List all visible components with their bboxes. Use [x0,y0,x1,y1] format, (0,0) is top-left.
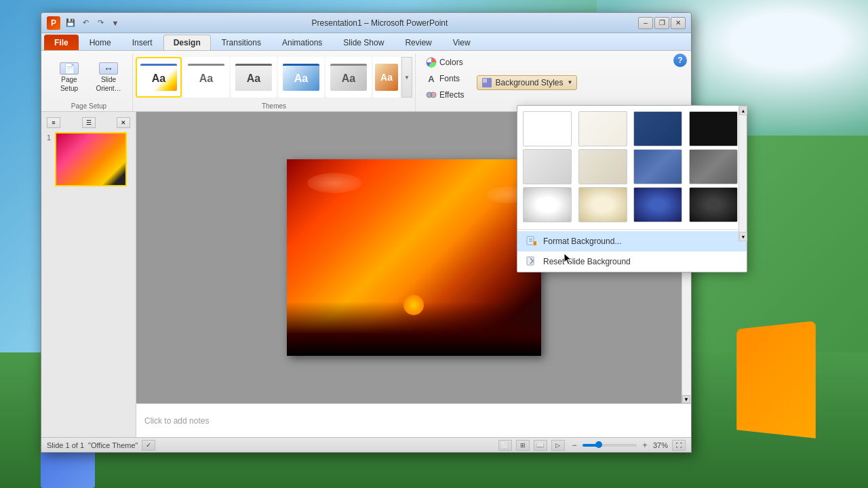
notes-area[interactable]: Click to add notes [136,403,691,437]
reading-view-button[interactable]: 📖 [534,440,547,451]
reset-background-item[interactable]: Reset Slide Background [517,251,747,272]
bg-swatch-12[interactable] [689,187,738,222]
bg-swatch-3[interactable] [633,111,682,146]
fonts-button[interactable]: A Fonts [421,71,469,86]
theme-preview-1: Aa [140,64,177,91]
zoom-slider-track[interactable] [583,444,637,447]
dropdown-scrollbar[interactable]: ▲ ▼ [738,106,747,241]
panel-outline-view[interactable]: ☰ [82,117,96,128]
svg-rect-4 [483,79,487,83]
colors-label: Colors [439,58,463,67]
theme-item-5[interactable]: Aa [326,57,372,98]
bg-swatch-9[interactable] [523,187,572,222]
save-button[interactable]: 💾 [64,17,77,29]
bg-swatch-5[interactable] [523,149,572,184]
bg-swatch-10[interactable] [578,187,627,222]
fonts-label: Fonts [439,74,460,83]
dropdown-scroll-down[interactable]: ▼ [739,232,747,241]
bg-styles-label: Background Styles [495,78,563,87]
slide-content[interactable] [287,159,541,356]
slide-sun [403,295,424,315]
panel-close[interactable]: ✕ [117,117,130,128]
colors-button[interactable]: Colors [421,55,469,70]
theme-preview-2: Aa [188,64,224,91]
tab-slideshow[interactable]: Slide Show [333,35,394,50]
panel-slides-view[interactable]: ≡ [47,117,60,128]
theme-preview-4: Aa [283,64,319,91]
zoom-out-button[interactable]: − [569,440,580,451]
bg-styles-icon [481,77,492,88]
colors-icon [426,57,437,68]
help-button[interactable]: ? [673,54,687,67]
background-styles-dropdown: ▲ ▼ Format Background... Reset Slide Bac… [517,105,747,272]
window-title: Presentation1 – Microsoft PowerPoint [121,18,638,28]
tab-insert[interactable]: Insert [122,35,163,50]
svg-rect-6 [529,239,532,240]
background-styles-button[interactable]: Background Styles ▼ [477,75,577,90]
format-background-label: Format Background... [543,237,621,246]
title-bar: P 💾 ↶ ↷ ▼ Presentation1 – Microsoft Powe… [41,13,691,33]
slide-orientation-button[interactable]: ↔ Slide Orient… [90,65,127,89]
undo-button[interactable]: ↶ [79,17,92,29]
themes-group-label: Themes [262,101,286,111]
slide-sorter-button[interactable]: ⊞ [516,440,530,451]
bg-swatch-11[interactable] [633,187,682,222]
tab-transitions[interactable]: Transitions [212,35,271,50]
zoom-slider-thumb[interactable] [595,441,602,448]
theme-check-button[interactable]: ✓ [142,440,155,451]
theme-item-3[interactable]: Aa [231,57,277,98]
qa-more-button[interactable]: ▼ [109,17,121,29]
dropdown-scroll-up[interactable]: ▲ [739,106,747,115]
page-setup-button[interactable]: 📄 Page Setup [51,65,87,89]
close-button[interactable]: ✕ [671,17,686,29]
theme-item-6[interactable]: Aa [373,57,400,98]
window-controls: – ❐ ✕ [638,17,686,29]
page-setup-icon: 📄 [60,62,79,75]
slide-thumbnail[interactable] [55,132,127,186]
themes-scroll-button[interactable]: ▼ [401,57,412,98]
fit-window-button[interactable]: ⛶ [672,440,686,451]
bg-swatch-2[interactable] [578,111,627,146]
tab-file[interactable]: File [44,35,79,50]
normal-view-button[interactable]: ⬜ [498,440,512,451]
restore-button[interactable]: ❐ [654,17,669,29]
orientation-label2: Orient… [96,85,121,92]
reset-background-label: Reset Slide Background [543,257,631,266]
zoom-in-button[interactable]: + [639,440,650,451]
theme-item-2[interactable]: Aa [183,57,229,98]
ribbon-tab-bar: File Home Insert Design Transitions Anim… [41,33,691,51]
bg-swatch-6[interactable] [578,149,627,184]
page-setup-buttons: 📄 Page Setup ↔ Slide Orient… [51,54,127,101]
themes-scroll-area: Aa Aa Aa Aa Aa [136,54,412,101]
svg-point-2 [431,92,436,98]
slide-show-button[interactable]: ▷ [551,440,565,451]
bg-swatch-1[interactable] [523,111,572,146]
redo-button[interactable]: ↷ [94,17,106,29]
format-background-item[interactable]: Format Background... [517,231,747,251]
tab-view[interactable]: View [443,35,481,50]
minimize-button[interactable]: – [638,17,653,29]
tab-design[interactable]: Design [163,35,211,50]
bg-swatch-7[interactable] [633,149,682,184]
fonts-icon: A [426,73,437,84]
tab-home[interactable]: Home [79,35,121,50]
theme-item-4[interactable]: Aa [278,57,324,98]
bg-swatch-4[interactable] [689,111,738,146]
panel-toolbar: ≡ ☰ ✕ [47,117,130,128]
background-swatches-grid [517,106,747,228]
reset-background-icon [526,256,538,268]
tab-animations[interactable]: Animations [272,35,332,50]
orientation-icon: ↔ [99,62,118,75]
status-bar-right: ⬜ ⊞ 📖 ▷ − + 37% ⛶ [498,440,686,451]
slide-info: Slide 1 of 1 [47,441,84,449]
theme-name: "Office Theme" [88,441,138,449]
tab-review[interactable]: Review [395,35,441,50]
theme-item-1[interactable]: Aa [136,57,182,98]
format-background-icon [526,235,538,247]
design-options-group: Colors A Fonts Effects [416,54,474,111]
zoom-control: − + 37% [569,440,668,451]
theme-preview-6: Aa [375,64,398,91]
scroll-down-arrow[interactable]: ▼ [682,395,690,403]
effects-button[interactable]: Effects [421,87,469,102]
bg-swatch-8[interactable] [689,149,738,184]
